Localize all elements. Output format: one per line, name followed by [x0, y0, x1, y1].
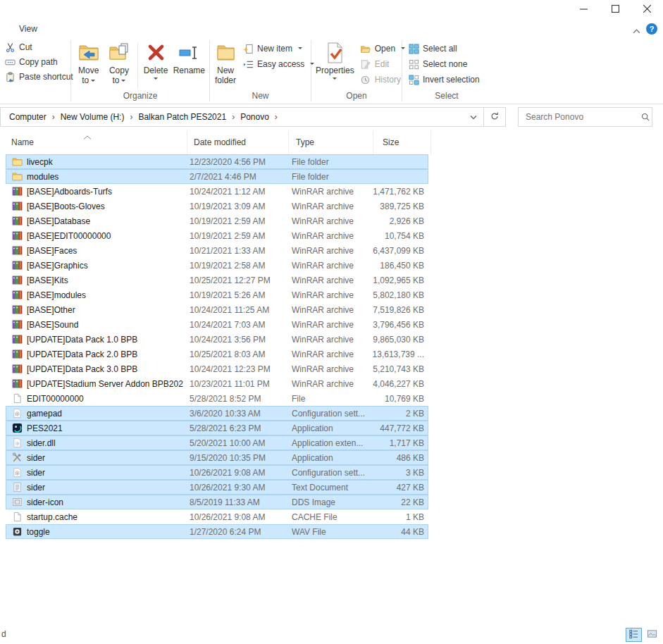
column-header-date-modified[interactable]: Date modified [187, 130, 289, 154]
folder-icon [11, 171, 23, 182]
cut-button[interactable]: Cut [1, 40, 35, 54]
delete-button[interactable]: Delete [141, 40, 170, 82]
file-row[interactable]: [BASE]Database 10/19/2021 2:59 AM WinRAR… [6, 213, 428, 228]
move-to-button[interactable]: Move to [74, 40, 103, 85]
invert-selection-button[interactable]: Invert selection [405, 73, 483, 87]
file-row[interactable]: sider.dll 5/20/2021 10:00 AM Application… [6, 435, 428, 450]
file-row[interactable]: EDIT00000000 5/28/2021 8:52 PM File 10,7… [6, 391, 428, 406]
address-bar: Computer›New Volume (H:)›Balkan Patch PE… [0, 104, 663, 130]
file-name-cell: [UPDATE]Stadium Server Addon BPB2021... [6, 378, 183, 390]
file-row[interactable]: gamepad 3/6/2020 10:33 AM Configuration … [6, 406, 428, 421]
breadcrumb-item[interactable]: Ponovo [237, 109, 272, 125]
history-button[interactable]: History [357, 73, 408, 87]
file-type: WinRAR archive [285, 364, 371, 374]
column-header-name[interactable]: Name [0, 130, 187, 154]
file-row[interactable]: [UPDATE]Data Pack 2.0 BPB 10/25/2021 8:0… [6, 347, 428, 361]
breadcrumb-separator-icon[interactable]: › [272, 112, 280, 122]
new-item-button[interactable]: New item [240, 42, 317, 56]
select-none-label: Select none [423, 59, 467, 69]
thumbnails-view-button[interactable] [644, 628, 660, 642]
file-name-cell: sider [6, 467, 183, 478]
breadcrumb-separator-icon[interactable]: › [127, 112, 135, 122]
thumbnails-view-icon [647, 628, 657, 641]
file-row[interactable]: livecpk 12/23/2020 4:56 PM File folder [6, 154, 428, 169]
edit-button[interactable]: Edit [357, 57, 408, 71]
file-row[interactable]: [BASE]Sound 10/24/2021 7:03 AM WinRAR ar… [6, 317, 428, 332]
breadcrumb-item[interactable]: Computer [6, 109, 49, 125]
file-row[interactable]: [BASE]Adboards-Turfs 10/24/2021 1:12 AM … [6, 184, 428, 199]
file-row[interactable]: [BASE]Other 10/24/2021 11:25 AM WinRAR a… [6, 302, 428, 317]
file-name-cell: [BASE]Other [6, 304, 183, 316]
file-name-cell: startup.cache [6, 512, 183, 523]
open-button[interactable]: Open [357, 42, 408, 56]
breadcrumb-item[interactable]: New Volume (H:) [58, 109, 128, 125]
select-all-label: Select all [423, 44, 457, 54]
address-dropdown-button[interactable] [464, 108, 483, 126]
wav-file-icon [11, 526, 23, 538]
file-row[interactable]: PES2021 5/28/2021 6:23 PM Application 44… [6, 421, 428, 435]
file-row[interactable]: [BASE]Boots-Gloves 10/19/2021 3:09 AM Wi… [6, 199, 428, 213]
breadcrumb-item[interactable]: Balkan Patch PES2021 [135, 109, 229, 125]
file-size: 3,796,456 KB [371, 320, 428, 330]
copy-to-button[interactable]: Copy to [104, 40, 133, 85]
column-header-size[interactable]: Size [373, 130, 431, 154]
search-input[interactable] [519, 112, 639, 122]
file-row[interactable]: [BASE]Kits 10/25/2021 12:27 PM WinRAR ar… [6, 273, 428, 287]
column-header-type[interactable]: Type [289, 130, 373, 154]
minimize-button[interactable] [568, 0, 600, 20]
file-row[interactable]: [BASE]modules 10/19/2021 5:26 AM WinRAR … [6, 287, 428, 302]
folder-icon [11, 156, 23, 168]
file-row[interactable]: toggle 1/27/2020 6:24 PM WAV File 44 KB [6, 524, 428, 539]
properties-icon [323, 42, 346, 64]
edit-label: Edit [375, 59, 390, 69]
file-row[interactable]: [BASE]Faces 10/21/2021 1:33 AM WinRAR ar… [6, 243, 428, 258]
easy-access-button[interactable]: Easy access [240, 57, 317, 71]
help-button[interactable]: ? [646, 23, 657, 37]
file-row[interactable]: sider-icon 8/5/2019 11:33 AM DDS Image 2… [6, 495, 428, 509]
ribbon-collapse-button[interactable] [633, 26, 640, 36]
file-row[interactable]: [UPDATE]Data Pack 1.0 BPB 10/24/2021 3:5… [6, 332, 428, 347]
file-name-cell: [UPDATE]Data Pack 2.0 BPB [6, 349, 183, 360]
tab-view[interactable]: View [19, 24, 37, 34]
refresh-button[interactable] [483, 108, 505, 126]
file-row[interactable]: sider 10/26/2021 9:30 AM Text Document 4… [6, 480, 428, 495]
file-row[interactable]: [UPDATE]Data Pack 3.0 BPB 10/24/2021 12:… [6, 361, 428, 376]
file-row[interactable]: sider 9/15/2020 10:35 PM Application 486… [6, 450, 428, 465]
easy-access-label: Easy access [257, 59, 304, 69]
new-folder-button[interactable]: New folder [213, 40, 238, 85]
file-size: 2 KB [371, 409, 428, 419]
file-name-cell: sider [6, 482, 183, 493]
dropdown-arrow-icon [154, 78, 158, 82]
sort-ascending-icon [83, 132, 92, 142]
column-header-size-label: Size [383, 137, 399, 147]
file-name: [BASE]Database [27, 216, 90, 226]
file-row[interactable]: [UPDATE]Stadium Server Addon BPB2021... … [6, 376, 428, 391]
file-row[interactable]: modules 2/7/2021 4:46 PM File folder [6, 169, 428, 184]
file-date-modified: 10/19/2021 5:26 AM [183, 290, 285, 300]
details-view-button[interactable] [626, 628, 642, 642]
maximize-button[interactable] [600, 0, 631, 20]
paste-shortcut-button[interactable]: Paste shortcut [1, 70, 76, 84]
tools-app-icon [11, 452, 23, 464]
search-icon[interactable] [639, 112, 652, 122]
copy-path-button[interactable]: Copy path [1, 55, 61, 69]
file-type: WinRAR archive [285, 246, 371, 256]
rename-button[interactable]: Rename [172, 40, 206, 75]
file-row[interactable]: startup.cache 10/26/2021 9:08 AM CACHE F… [6, 509, 428, 524]
breadcrumb-separator-icon[interactable]: › [49, 112, 58, 122]
select-none-button[interactable]: Select none [405, 57, 483, 71]
select-all-button[interactable]: Select all [405, 42, 483, 56]
file-date-modified: 10/26/2021 9:08 AM [183, 512, 285, 522]
properties-button[interactable]: Properties [314, 40, 356, 82]
file-name: [BASE]Kits [27, 275, 68, 285]
file-row[interactable]: [BASE]EDIT00000000 10/19/2021 2:59 AM Wi… [6, 228, 428, 243]
file-row[interactable]: sider 10/26/2021 9:08 AM Configuration s… [6, 465, 428, 480]
address-box[interactable]: Computer›New Volume (H:)›Balkan Patch PE… [0, 107, 506, 127]
ribbon: Cut Copy path Paste shortcut Move to Cop… [0, 38, 663, 104]
close-button[interactable] [631, 0, 663, 20]
breadcrumb-separator-icon[interactable]: › [229, 112, 237, 122]
file-date-modified: 5/20/2021 10:00 AM [183, 438, 285, 448]
column-header-date-label: Date modified [194, 137, 246, 147]
file-row[interactable]: [BASE]Graphics 10/19/2021 2:58 AM WinRAR… [6, 258, 428, 273]
file-size: 10,769 KB [371, 394, 428, 404]
